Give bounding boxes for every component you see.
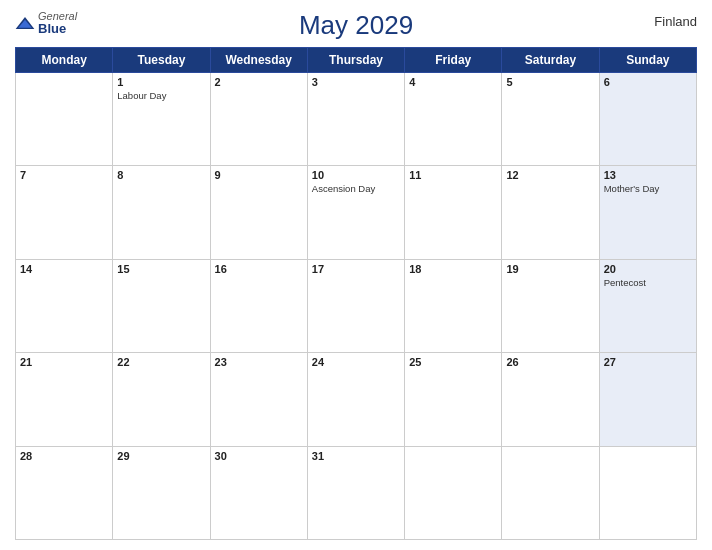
col-friday: Friday (405, 48, 502, 73)
calendar-table: Monday Tuesday Wednesday Thursday Friday… (15, 47, 697, 540)
day-number: 23 (215, 356, 303, 368)
day-number: 8 (117, 169, 205, 181)
day-number: 16 (215, 263, 303, 275)
calendar-cell: 31 (307, 446, 404, 539)
calendar-cell: 16 (210, 259, 307, 352)
calendar-cell: 25 (405, 353, 502, 446)
calendar-cell (502, 446, 599, 539)
calendar-cell: 24 (307, 353, 404, 446)
col-thursday: Thursday (307, 48, 404, 73)
calendar-cell: 2 (210, 73, 307, 166)
day-number: 30 (215, 450, 303, 462)
calendar-cell: 29 (113, 446, 210, 539)
logo-icon (15, 16, 35, 30)
day-number: 22 (117, 356, 205, 368)
calendar-body: 1Labour Day2345678910Ascension Day111213… (16, 73, 697, 540)
calendar-week-2: 78910Ascension Day111213Mother's Day (16, 166, 697, 259)
logo-blue: Blue (38, 22, 77, 36)
calendar-cell: 14 (16, 259, 113, 352)
event-label: Pentecost (604, 277, 692, 288)
day-number: 5 (506, 76, 594, 88)
calendar-page: General Blue May 2029 Finland Monday Tue… (0, 0, 712, 550)
day-number: 18 (409, 263, 497, 275)
calendar-cell: 7 (16, 166, 113, 259)
day-number: 6 (604, 76, 692, 88)
day-number: 31 (312, 450, 400, 462)
calendar-header: General Blue May 2029 Finland (15, 10, 697, 41)
day-number: 24 (312, 356, 400, 368)
calendar-cell: 19 (502, 259, 599, 352)
event-label: Labour Day (117, 90, 205, 101)
day-number: 1 (117, 76, 205, 88)
day-number: 27 (604, 356, 692, 368)
calendar-cell: 21 (16, 353, 113, 446)
calendar-cell: 18 (405, 259, 502, 352)
calendar-cell: 9 (210, 166, 307, 259)
day-number: 14 (20, 263, 108, 275)
logo: General Blue (15, 10, 77, 36)
calendar-cell: 30 (210, 446, 307, 539)
calendar-cell: 23 (210, 353, 307, 446)
event-label: Ascension Day (312, 183, 400, 194)
day-number: 28 (20, 450, 108, 462)
event-label: Mother's Day (604, 183, 692, 194)
calendar-cell (16, 73, 113, 166)
day-number: 7 (20, 169, 108, 181)
calendar-cell: 10Ascension Day (307, 166, 404, 259)
col-saturday: Saturday (502, 48, 599, 73)
calendar-week-5: 28293031 (16, 446, 697, 539)
calendar-week-4: 21222324252627 (16, 353, 697, 446)
calendar-week-1: 1Labour Day23456 (16, 73, 697, 166)
day-number: 26 (506, 356, 594, 368)
col-wednesday: Wednesday (210, 48, 307, 73)
header-row: Monday Tuesday Wednesday Thursday Friday… (16, 48, 697, 73)
calendar-week-3: 14151617181920Pentecost (16, 259, 697, 352)
day-number: 13 (604, 169, 692, 181)
day-number: 29 (117, 450, 205, 462)
day-number: 21 (20, 356, 108, 368)
day-number: 17 (312, 263, 400, 275)
calendar-cell: 1Labour Day (113, 73, 210, 166)
day-number: 4 (409, 76, 497, 88)
calendar-cell: 27 (599, 353, 696, 446)
col-sunday: Sunday (599, 48, 696, 73)
day-number: 20 (604, 263, 692, 275)
calendar-cell: 15 (113, 259, 210, 352)
calendar-cell: 3 (307, 73, 404, 166)
calendar-cell: 28 (16, 446, 113, 539)
day-number: 3 (312, 76, 400, 88)
day-number: 9 (215, 169, 303, 181)
calendar-cell: 13Mother's Day (599, 166, 696, 259)
day-number: 19 (506, 263, 594, 275)
calendar-cell (405, 446, 502, 539)
calendar-cell: 20Pentecost (599, 259, 696, 352)
calendar-cell (599, 446, 696, 539)
day-number: 25 (409, 356, 497, 368)
calendar-cell: 17 (307, 259, 404, 352)
calendar-cell: 5 (502, 73, 599, 166)
col-monday: Monday (16, 48, 113, 73)
calendar-cell: 26 (502, 353, 599, 446)
calendar-cell: 12 (502, 166, 599, 259)
calendar-cell: 11 (405, 166, 502, 259)
day-number: 10 (312, 169, 400, 181)
calendar-cell: 22 (113, 353, 210, 446)
day-number: 2 (215, 76, 303, 88)
calendar-cell: 6 (599, 73, 696, 166)
col-tuesday: Tuesday (113, 48, 210, 73)
day-number: 11 (409, 169, 497, 181)
calendar-title: May 2029 (299, 10, 413, 41)
title-block: May 2029 (299, 10, 413, 41)
day-number: 15 (117, 263, 205, 275)
country-label: Finland (654, 14, 697, 29)
calendar-cell: 4 (405, 73, 502, 166)
day-number: 12 (506, 169, 594, 181)
calendar-cell: 8 (113, 166, 210, 259)
